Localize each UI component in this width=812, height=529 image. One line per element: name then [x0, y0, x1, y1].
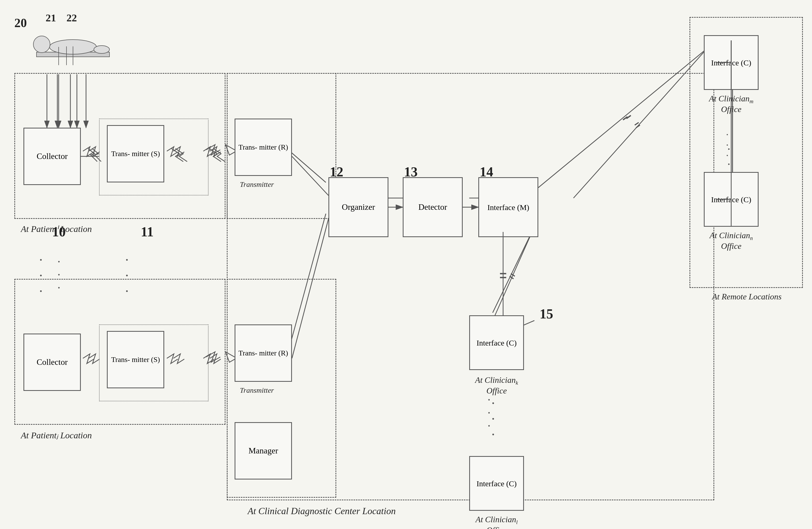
- organizer-box: Organizer: [329, 177, 388, 237]
- transmitter-s1-box: Trans- mitter (S): [107, 125, 164, 182]
- ref-15: 15: [540, 306, 553, 322]
- transmitter-r2-label: Transmitter: [240, 386, 274, 395]
- interface-c1-box: Interface (C): [704, 35, 758, 90]
- svg-point-31: [94, 46, 110, 54]
- patient-j-label: At Patientⱼ Location: [21, 430, 92, 440]
- remote-locations-label: At Remote Locations: [691, 292, 803, 302]
- transmitter-r2-box: Trans- mitter (R): [235, 324, 292, 382]
- svg-text:.: .: [39, 263, 43, 279]
- clinical-center-label: At Clinical Diagnostic Center Location: [248, 505, 396, 516]
- detector-box: Detector: [403, 177, 463, 237]
- svg-text:.: .: [125, 263, 129, 279]
- ref-22: 22: [67, 12, 77, 24]
- svg-point-30: [33, 36, 50, 53]
- svg-text:.: .: [125, 248, 129, 264]
- clinician-l-label: At ClinicianlOffice: [464, 515, 529, 529]
- clinician-m-label: At ClinicianmOffice: [699, 94, 764, 114]
- transmitter-s2-box: Trans- mitter (S): [107, 331, 164, 388]
- interface-c3-box: Interface (C): [469, 315, 524, 370]
- diagram-container: · · · · · · · · ·: [0, 0, 812, 529]
- collector1-box: Collector: [24, 128, 81, 185]
- ref-10: 10: [52, 224, 66, 239]
- ref-11: 11: [141, 224, 154, 239]
- lightning2: [166, 147, 234, 164]
- lightning1: [83, 147, 104, 164]
- interface-c4-box: Interface (C): [469, 456, 524, 511]
- ref-21: 21: [46, 12, 56, 24]
- interface-c2-box: Interface (C): [704, 172, 758, 227]
- svg-text:.: .: [39, 248, 43, 264]
- interface-m-box: Interface (M): [478, 177, 538, 237]
- manager-box: Manager: [235, 422, 292, 480]
- clinician-k-label: At CliniciankOffice: [464, 375, 529, 396]
- clinician-n-label: At CliniciannOffice: [699, 231, 764, 251]
- svg-text:·: ·: [57, 254, 60, 268]
- collector2-box: Collector: [24, 334, 81, 391]
- ref-20: 20: [14, 16, 27, 30]
